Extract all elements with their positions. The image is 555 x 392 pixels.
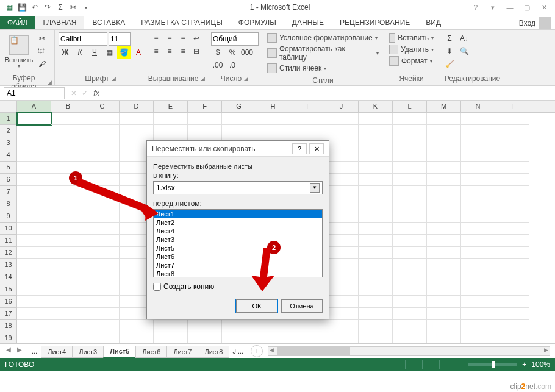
bold-button[interactable]: Ж bbox=[59, 46, 72, 59]
cell[interactable] bbox=[222, 320, 256, 332]
ok-button[interactable]: ОК bbox=[236, 299, 278, 313]
cell[interactable] bbox=[359, 125, 393, 137]
cell[interactable] bbox=[495, 210, 529, 223]
cell[interactable] bbox=[393, 259, 427, 271]
format-as-table-button[interactable]: Форматировать как таблицу▾ bbox=[266, 44, 380, 62]
list-item[interactable]: Лист1 bbox=[154, 210, 322, 218]
cell[interactable] bbox=[461, 247, 495, 259]
sheet-tab[interactable]: Лист7 bbox=[167, 346, 198, 358]
row-header[interactable]: 11 bbox=[0, 235, 16, 247]
cell[interactable] bbox=[324, 113, 359, 125]
cell[interactable] bbox=[85, 235, 120, 247]
cell[interactable] bbox=[393, 174, 427, 186]
cell[interactable] bbox=[85, 283, 120, 296]
cell[interactable] bbox=[495, 162, 529, 174]
cell[interactable] bbox=[17, 113, 51, 125]
row-header[interactable]: 1 bbox=[0, 113, 16, 125]
cell[interactable] bbox=[324, 235, 359, 247]
cell[interactable] bbox=[51, 296, 85, 308]
cell[interactable] bbox=[495, 149, 529, 162]
cell[interactable] bbox=[359, 223, 393, 235]
ribbon-tab-рецензирование[interactable]: РЕЦЕНЗИРОВАНИЕ bbox=[332, 16, 418, 29]
column-header[interactable]: L bbox=[393, 101, 427, 112]
cell[interactable] bbox=[85, 247, 120, 259]
font-name-select[interactable] bbox=[59, 32, 107, 46]
cell[interactable] bbox=[324, 247, 359, 259]
cell[interactable] bbox=[85, 174, 120, 186]
cell[interactable] bbox=[393, 210, 427, 223]
cell[interactable] bbox=[427, 308, 461, 320]
cell[interactable] bbox=[51, 283, 85, 296]
cell[interactable] bbox=[85, 332, 120, 343]
italic-button[interactable]: К bbox=[73, 46, 87, 59]
ribbon-tab-разметка страницы[interactable]: РАЗМЕТКА СТРАНИЦЫ bbox=[133, 16, 231, 29]
minimize-button[interactable]: — bbox=[503, 1, 517, 13]
cell[interactable] bbox=[51, 137, 85, 149]
column-header[interactable]: J bbox=[324, 101, 359, 112]
cell[interactable] bbox=[51, 223, 85, 235]
cell[interactable] bbox=[85, 198, 120, 210]
row-header[interactable]: 13 bbox=[0, 259, 16, 271]
normal-view-button[interactable] bbox=[405, 360, 417, 369]
zoom-in-button[interactable]: + bbox=[522, 360, 526, 369]
cell[interactable] bbox=[85, 259, 120, 271]
cell[interactable] bbox=[359, 296, 393, 308]
cell[interactable] bbox=[495, 137, 529, 149]
cell[interactable] bbox=[393, 162, 427, 174]
copy-checkbox-input[interactable] bbox=[153, 283, 161, 291]
cell[interactable] bbox=[324, 186, 359, 198]
cell[interactable] bbox=[17, 210, 51, 223]
cell[interactable] bbox=[120, 320, 154, 332]
cell[interactable] bbox=[17, 223, 51, 235]
formula-input[interactable] bbox=[102, 87, 555, 99]
row-header[interactable]: 6 bbox=[0, 174, 16, 186]
cell[interactable] bbox=[359, 247, 393, 259]
cell[interactable] bbox=[324, 149, 359, 162]
cell[interactable] bbox=[461, 271, 495, 283]
cell[interactable] bbox=[359, 210, 393, 223]
row-header[interactable]: 3 bbox=[0, 137, 16, 149]
cell[interactable] bbox=[51, 186, 85, 198]
wrap-text-button[interactable]: ↩ bbox=[190, 32, 202, 45]
ribbon-tab-главная[interactable]: ГЛАВНАЯ bbox=[35, 16, 84, 29]
list-item[interactable]: Лист2 bbox=[154, 218, 322, 227]
cell[interactable] bbox=[461, 296, 495, 308]
comma-button[interactable]: 000 bbox=[240, 46, 254, 59]
row-header[interactable]: 18 bbox=[0, 320, 16, 332]
cell[interactable] bbox=[461, 149, 495, 162]
cell[interactable] bbox=[188, 320, 222, 332]
cell[interactable] bbox=[17, 149, 51, 162]
cell[interactable] bbox=[154, 332, 188, 343]
cell[interactable] bbox=[427, 271, 461, 283]
save-icon[interactable]: 💾 bbox=[16, 2, 27, 13]
sheet-tab[interactable]: Лист6 bbox=[135, 346, 167, 358]
zoom-level[interactable]: 100% bbox=[531, 360, 550, 369]
cell[interactable] bbox=[359, 320, 393, 332]
ribbon-tab-вставка[interactable]: ВСТАВКА bbox=[84, 16, 133, 29]
cancel-formula-icon[interactable]: ✕ bbox=[68, 89, 79, 98]
list-item[interactable]: Лист8 bbox=[154, 269, 322, 277]
cell[interactable] bbox=[393, 186, 427, 198]
column-header[interactable]: K bbox=[359, 101, 393, 112]
cell[interactable] bbox=[85, 296, 120, 308]
cell[interactable] bbox=[51, 320, 85, 332]
list-item[interactable]: Лист6 bbox=[154, 252, 322, 261]
sort-filter-button[interactable]: A↓ bbox=[457, 32, 471, 45]
decrease-decimal-button[interactable]: .0 bbox=[226, 59, 239, 71]
cell[interactable] bbox=[17, 308, 51, 320]
cell[interactable] bbox=[461, 210, 495, 223]
cell[interactable] bbox=[359, 137, 393, 149]
cell[interactable] bbox=[17, 174, 51, 186]
cell[interactable] bbox=[290, 125, 324, 137]
cell[interactable] bbox=[427, 137, 461, 149]
horizontal-scrollbar[interactable]: ◀ ▶ bbox=[268, 346, 550, 356]
cell[interactable] bbox=[495, 223, 529, 235]
cell[interactable] bbox=[427, 247, 461, 259]
sheet-nav-prev-icon[interactable]: ◀ bbox=[4, 346, 13, 356]
undo-icon[interactable]: ↶ bbox=[29, 2, 40, 13]
cell[interactable] bbox=[154, 113, 188, 125]
cell[interactable] bbox=[324, 308, 359, 320]
row-header[interactable]: 5 bbox=[0, 162, 16, 174]
cell[interactable] bbox=[393, 125, 427, 137]
find-button[interactable]: 🔍 bbox=[457, 45, 471, 57]
